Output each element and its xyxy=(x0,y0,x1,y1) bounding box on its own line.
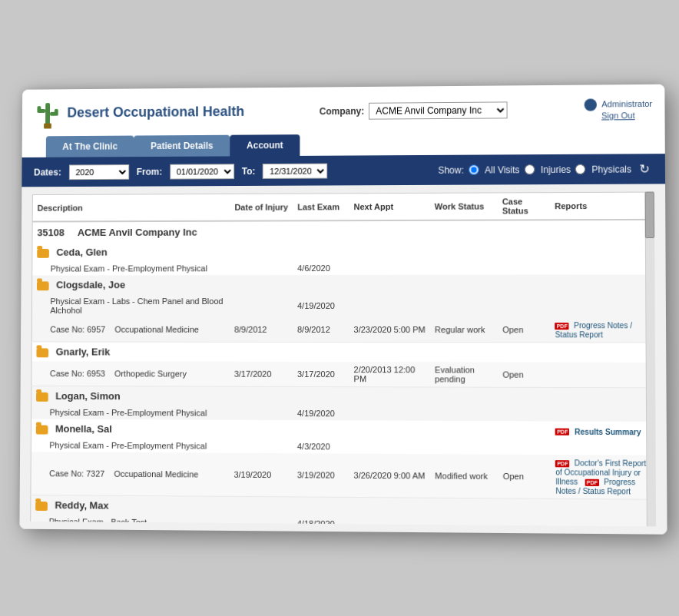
company-label: Company: xyxy=(320,105,364,116)
tab-at-the-clinic[interactable]: At The Clinic xyxy=(46,135,134,157)
to-label: To: xyxy=(242,165,256,176)
table-row: Ceda, Glen xyxy=(32,241,654,262)
exam-reports xyxy=(550,293,654,316)
from-date[interactable]: 01/01/2020 xyxy=(170,163,234,178)
col-case-status: Case Status xyxy=(498,192,550,220)
folder-icon xyxy=(36,392,48,401)
patient-name-cell: Ceda, Glen xyxy=(32,241,654,262)
case-next: 3/26/2020 9:00 AM xyxy=(349,453,430,498)
patient-name: Clogsdale, Joe xyxy=(56,279,125,290)
case-doi: 8/9/2012 xyxy=(230,316,293,341)
patient-name: Logan, Simon xyxy=(55,389,120,401)
exam-reports xyxy=(550,260,654,274)
radio-all-visits[interactable] xyxy=(469,164,479,174)
scrollbar-thumb[interactable] xyxy=(645,191,655,238)
show-label: Show: xyxy=(438,164,464,175)
patient-name-cell: Monella, Sal xyxy=(31,419,430,439)
company-row-cell: 35108 ACME Anvil Company Inc xyxy=(32,219,654,242)
exam-next xyxy=(349,293,430,316)
case-info: Case No: 7327 Occupational Medicine xyxy=(31,452,230,496)
svg-rect-5 xyxy=(44,123,51,128)
table-row: Case No: 6957 Occupational Medicine 8/9/… xyxy=(31,316,654,342)
patient-reports-header: PDF Results Summary xyxy=(551,421,655,441)
case-next: 2/20/2013 12:00 PM xyxy=(349,362,431,387)
folder-icon xyxy=(37,280,49,290)
exam-doi xyxy=(230,261,293,275)
app-title: Desert Occupational Health xyxy=(67,104,244,121)
user-icon xyxy=(584,98,596,111)
pdf-icon: PDF xyxy=(585,479,599,485)
table-row: Clogsdale, Joe xyxy=(32,274,654,294)
case-reports xyxy=(551,362,655,387)
tab-patient-details[interactable]: Patient Details xyxy=(134,134,230,156)
patient-name: Gnarly, Erik xyxy=(55,346,110,357)
company-select[interactable]: ACME Anvil Company Inc xyxy=(369,101,508,119)
col-last-exam: Last Exam xyxy=(293,193,349,220)
exam-work xyxy=(430,260,498,274)
pdf-icon: PDF xyxy=(555,459,569,466)
header: Desert Occupational Health Company: ACME… xyxy=(22,84,665,157)
table-row: Physical Exam - Pre-Employment Physical … xyxy=(32,260,654,275)
patient-name-cell: Logan, Simon xyxy=(31,386,655,407)
col-reports: Reports xyxy=(550,192,654,220)
to-date[interactable]: 12/31/2020 xyxy=(263,163,327,178)
case-last: 8/9/2012 xyxy=(293,316,349,342)
exam-doi xyxy=(230,294,293,317)
nav-tabs: At The Clinic Patient Details Account xyxy=(34,132,652,157)
injuries-label: Injuries xyxy=(541,164,571,174)
table-wrapper: Description Date of Injury Last Exam Nex… xyxy=(30,191,656,526)
exam-doi xyxy=(230,406,293,419)
all-visits-label: All Visits xyxy=(485,164,520,174)
report-link[interactable]: Results Summary xyxy=(575,427,641,436)
scrollbar-track[interactable] xyxy=(645,191,657,526)
radio-injuries[interactable] xyxy=(525,164,535,174)
exam-description: Physical Exam - Pre-Employment Physical xyxy=(31,438,229,452)
case-doi: 3/17/2020 xyxy=(230,361,293,386)
exam-last: 4/19/2020 xyxy=(293,406,349,419)
exam-last: 4/18/2020 xyxy=(293,516,349,526)
exam-last: 4/19/2020 xyxy=(293,294,349,317)
case-status: Open xyxy=(498,362,551,387)
company-row: 35108 ACME Anvil Company Inc xyxy=(32,219,654,242)
sign-out-link[interactable]: Sign Out xyxy=(584,110,652,120)
table-header-row: Description Date of Injury Last Exam Nex… xyxy=(32,192,654,221)
exam-case xyxy=(498,260,550,274)
case-reports: PDF Progress Notes / Status Report xyxy=(550,317,654,343)
table-row: Case No: 6953 Orthopedic Surgery 3/17/20… xyxy=(31,361,655,388)
tab-account[interactable]: Account xyxy=(230,134,300,156)
exam-doi xyxy=(229,515,292,526)
exam-work xyxy=(430,293,498,316)
table-row: Case No: 7327 Occupational Medicine 3/19… xyxy=(31,452,656,499)
svg-rect-4 xyxy=(55,108,58,115)
refresh-button[interactable]: ↻ xyxy=(636,160,653,177)
exam-last: 4/3/2020 xyxy=(293,439,349,453)
case-reports: PDF Doctor's First Report of Occupationa… xyxy=(551,455,655,499)
case-last: 3/17/2020 xyxy=(293,361,349,386)
from-label: From: xyxy=(137,166,162,177)
exam-description: Physical Exam - Back Test xyxy=(31,514,230,526)
company-name: ACME Anvil Company Inc xyxy=(78,226,197,237)
case-info: Case No: 6957 Occupational Medicine xyxy=(31,316,230,341)
svg-rect-0 xyxy=(45,103,50,125)
radio-physicals[interactable] xyxy=(575,164,585,174)
dates-select[interactable]: 2020 xyxy=(69,164,129,179)
patient-name: Monella, Sal xyxy=(55,422,112,434)
header-top: Desert Occupational Health Company: ACME… xyxy=(34,91,652,130)
folder-icon xyxy=(36,425,48,434)
table-container: Description Date of Injury Last Exam Nex… xyxy=(19,184,667,534)
folder-icon xyxy=(36,347,48,356)
case-status: Open xyxy=(498,317,551,343)
table-row: Gnarly, Erik xyxy=(31,342,654,363)
data-table: Description Date of Injury Last Exam Nex… xyxy=(30,191,656,526)
patient-name: Ceda, Glen xyxy=(56,246,108,257)
col-description: Description xyxy=(32,194,230,221)
physicals-label: Physicals xyxy=(591,163,631,174)
cactus-icon xyxy=(34,97,61,130)
show-area: Show: All Visits Injuries Physicals ↻ xyxy=(438,160,652,179)
patient-name-cell: Gnarly, Erik xyxy=(31,342,654,363)
col-date-of-injury: Date of Injury xyxy=(230,194,293,221)
case-status: Open xyxy=(498,454,551,498)
case-next: 3/23/2020 5:00 PM xyxy=(349,317,430,343)
company-id: 35108 xyxy=(37,227,64,238)
case-doi: 3/19/2020 xyxy=(229,452,292,496)
